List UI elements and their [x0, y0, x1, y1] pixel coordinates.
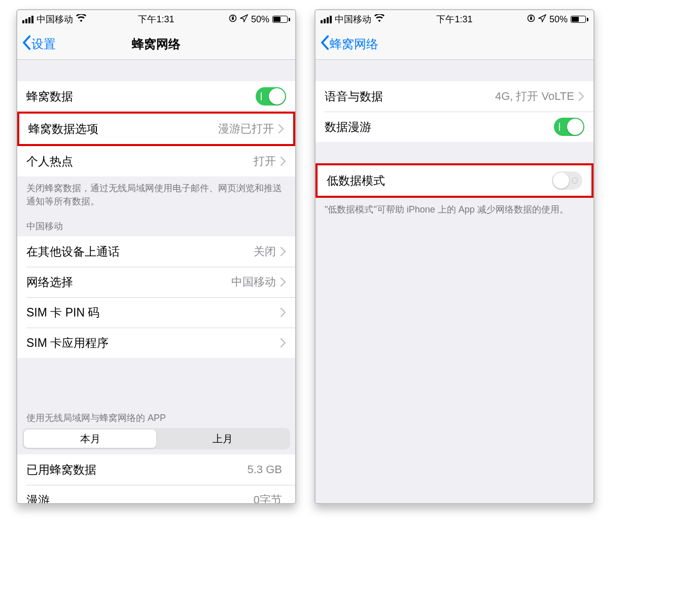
status-bar: 中国移动 下午1:31 50%: [316, 10, 593, 28]
page-title: 蜂窝网络: [17, 36, 295, 52]
location-icon: [538, 14, 546, 25]
footer-cellular-off: 关闭蜂窝数据，通过无线局域网使用电子邮件、网页浏览和推送通知等所有数据。: [17, 176, 295, 211]
phone-right: 中国移动 下午1:31 50% 蜂窝网络: [314, 9, 594, 504]
segment-last-month[interactable]: 上月: [156, 430, 289, 448]
location-icon: [240, 14, 248, 25]
segmented-period[interactable]: 本月 上月: [22, 428, 290, 449]
label: 已用蜂窝数据: [26, 462, 248, 478]
nav-bar: 蜂窝网络: [316, 28, 593, 60]
chevron-left-icon: [21, 35, 31, 53]
highlight-cellular-options: 蜂窝数据选项 漫游已打开: [17, 112, 295, 146]
back-label: 蜂窝网络: [330, 36, 378, 52]
signal-icon: [22, 16, 33, 23]
row-roaming-usage[interactable]: 漫游 0字节: [17, 485, 295, 503]
low-data-mode-toggle[interactable]: [552, 171, 582, 190]
wifi-icon: [374, 14, 384, 25]
row-voice-and-data[interactable]: 语音与数据 4G, 打开 VoLTE: [316, 81, 593, 112]
rotation-lock-icon: [229, 14, 237, 25]
label: SIM 卡应用程序: [26, 335, 280, 351]
value: 漫游已打开: [218, 121, 274, 136]
battery-percent: 50%: [251, 14, 269, 25]
value: 4G, 打开 VoLTE: [495, 89, 574, 104]
label: 语音与数据: [325, 89, 495, 104]
nav-bar: 设置 蜂窝网络: [17, 28, 295, 60]
label: 个人热点: [26, 154, 254, 169]
row-used-cellular-data[interactable]: 已用蜂窝数据 5.3 GB: [17, 454, 295, 485]
row-low-data-mode[interactable]: 低数据模式: [318, 165, 591, 196]
row-sim-apps[interactable]: SIM 卡应用程序: [17, 328, 295, 358]
value: 打开: [254, 154, 276, 169]
phone-left: 中国移动 下午1:31 50% 设置 蜂窝网络: [16, 9, 296, 504]
battery-icon: [571, 16, 588, 23]
segment-this-month[interactable]: 本月: [24, 430, 156, 448]
row-network-selection[interactable]: 网络选择 中国移动: [17, 267, 295, 297]
data-roaming-toggle[interactable]: [554, 118, 584, 136]
label: 蜂窝数据选项: [28, 121, 218, 137]
rotation-lock-icon: [527, 14, 535, 25]
back-button[interactable]: 蜂窝网络: [320, 35, 378, 53]
cellular-data-toggle[interactable]: [256, 87, 286, 105]
battery-percent: 50%: [549, 14, 568, 25]
section-header-carrier: 中国移动: [17, 211, 295, 236]
status-bar: 中国移动 下午1:31 50%: [17, 10, 295, 28]
row-personal-hotspot[interactable]: 个人热点 打开: [17, 146, 295, 176]
chevron-right-icon: [280, 157, 286, 166]
value: 中国移动: [231, 274, 276, 290]
content-right: 语音与数据 4G, 打开 VoLTE 数据漫游 低数据模式 "低数据模式"可帮助…: [316, 60, 593, 503]
row-data-roaming[interactable]: 数据漫游: [316, 112, 593, 142]
label: 在其他设备上通话: [26, 244, 254, 260]
label: 漫游: [26, 492, 254, 503]
chevron-right-icon: [278, 124, 284, 133]
label: 蜂窝数据: [26, 89, 256, 104]
content-left: 蜂窝数据 蜂窝数据选项 漫游已打开 个人热点 打开 关闭蜂窝数据，通过无线局域网…: [17, 60, 295, 503]
section-header-apps: 使用无线局域网与蜂窝网络的 APP: [17, 409, 295, 428]
svg-rect-3: [530, 17, 532, 20]
value: 0字节: [254, 492, 282, 503]
carrier-label: 中国移动: [37, 13, 73, 25]
label: 网络选择: [26, 274, 231, 290]
chevron-left-icon: [320, 35, 330, 53]
signal-icon: [321, 16, 332, 23]
chevron-right-icon: [280, 308, 286, 317]
svg-rect-1: [232, 17, 234, 20]
label: 数据漫游: [325, 119, 554, 135]
row-cellular-options[interactable]: 蜂窝数据选项 漫游已打开: [19, 114, 293, 144]
value: 5.3 GB: [248, 463, 282, 476]
chevron-right-icon: [280, 277, 286, 287]
chevron-right-icon: [578, 92, 584, 101]
battery-icon: [272, 16, 290, 23]
label: 低数据模式: [327, 173, 552, 189]
highlight-low-data-mode: 低数据模式: [316, 163, 593, 198]
chevron-right-icon: [280, 247, 286, 256]
label: SIM 卡 PIN 码: [26, 305, 280, 321]
segmented-wrap: 本月 上月: [17, 428, 295, 449]
wifi-icon: [76, 14, 86, 25]
chevron-right-icon: [280, 338, 286, 347]
row-sim-pin[interactable]: SIM 卡 PIN 码: [17, 297, 295, 328]
back-label: 设置: [31, 36, 56, 52]
row-calls-on-other-devices[interactable]: 在其他设备上通话 关闭: [17, 236, 295, 267]
row-cellular-data[interactable]: 蜂窝数据: [17, 81, 295, 112]
footer-low-data: "低数据模式"可帮助 iPhone 上的 App 减少网络数据的使用。: [316, 198, 593, 219]
value: 关闭: [254, 244, 276, 259]
carrier-label: 中国移动: [335, 13, 371, 25]
back-button[interactable]: 设置: [21, 35, 56, 53]
